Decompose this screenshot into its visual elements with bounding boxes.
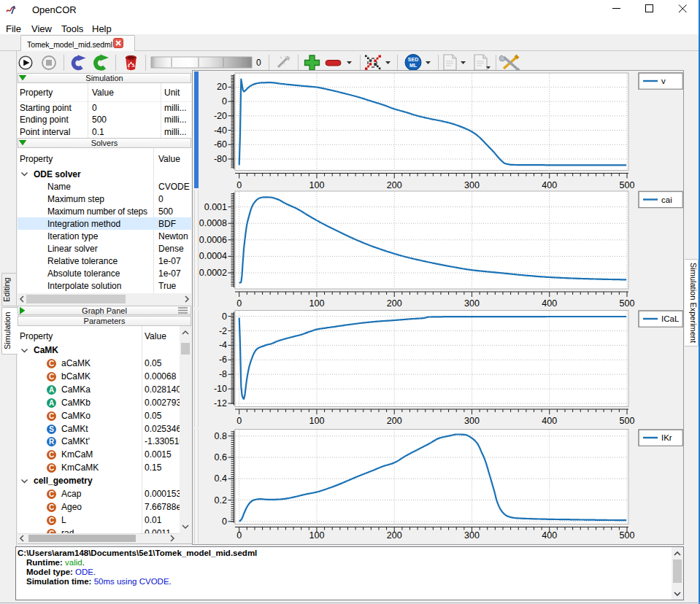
svg-text:0.0008: 0.0008 xyxy=(199,218,227,228)
svg-text:100: 100 xyxy=(309,180,325,190)
svg-text:ICaL: ICaL xyxy=(661,314,680,323)
svg-text:-12: -12 xyxy=(214,398,227,409)
svg-text:500: 500 xyxy=(620,180,635,190)
svg-text:200: 200 xyxy=(387,298,402,309)
svg-text:0: 0 xyxy=(236,530,242,541)
svg-text:-4: -4 xyxy=(219,340,227,350)
svg-text:-80: -80 xyxy=(214,154,227,164)
svg-text:500: 500 xyxy=(620,416,635,426)
svg-text:300: 300 xyxy=(464,530,480,541)
svg-text:-10: -10 xyxy=(214,384,227,394)
svg-text:200: 200 xyxy=(387,416,402,426)
svg-text:0.2: 0.2 xyxy=(215,495,227,506)
svg-text:IKr: IKr xyxy=(661,433,672,442)
svg-text:v: v xyxy=(661,77,666,85)
svg-text:0: 0 xyxy=(236,298,242,309)
svg-text:400: 400 xyxy=(542,416,557,426)
svg-text:0.4: 0.4 xyxy=(215,473,227,484)
svg-text:0.0002: 0.0002 xyxy=(199,268,227,278)
svg-text:300: 300 xyxy=(464,298,480,309)
svg-text:0: 0 xyxy=(236,416,242,426)
svg-text:0: 0 xyxy=(222,311,227,322)
svg-text:0: 0 xyxy=(236,180,242,190)
svg-text:500: 500 xyxy=(620,298,635,309)
svg-text:400: 400 xyxy=(542,180,557,190)
svg-text:400: 400 xyxy=(542,530,557,541)
svg-text:-60: -60 xyxy=(214,139,227,150)
svg-text:20: 20 xyxy=(217,82,227,92)
svg-text:400: 400 xyxy=(542,298,557,309)
svg-text:200: 200 xyxy=(387,530,402,541)
svg-text:0.001: 0.001 xyxy=(204,202,227,212)
svg-text:0: 0 xyxy=(222,516,227,527)
svg-text:300: 300 xyxy=(464,416,480,426)
svg-text:0.0004: 0.0004 xyxy=(199,251,227,261)
svg-text:100: 100 xyxy=(309,298,325,309)
svg-text:cai: cai xyxy=(661,195,672,204)
svg-text:200: 200 xyxy=(387,180,402,190)
svg-text:-2: -2 xyxy=(219,326,227,336)
svg-text:0.0006: 0.0006 xyxy=(199,235,227,245)
svg-text:300: 300 xyxy=(464,180,480,190)
svg-text:0.6: 0.6 xyxy=(215,452,227,462)
svg-text:500: 500 xyxy=(620,530,635,541)
svg-text:-20: -20 xyxy=(214,111,227,121)
svg-text:-8: -8 xyxy=(219,369,227,379)
svg-text:0: 0 xyxy=(222,96,227,107)
svg-text:-40: -40 xyxy=(214,125,227,136)
svg-text:100: 100 xyxy=(309,416,325,426)
svg-text:-6: -6 xyxy=(219,355,227,365)
svg-text:100: 100 xyxy=(309,530,325,541)
svg-text:0.8: 0.8 xyxy=(215,431,227,441)
